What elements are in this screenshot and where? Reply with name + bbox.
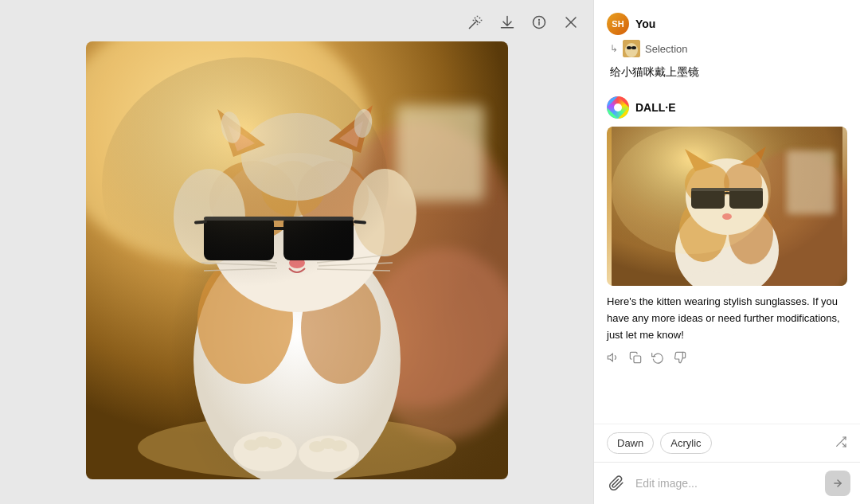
info-icon[interactable] (530, 13, 549, 32)
main-image (86, 41, 508, 479)
thumbs-down-icon[interactable] (674, 351, 686, 367)
svg-point-52 (627, 46, 631, 49)
retry-icon[interactable] (651, 351, 664, 367)
style-chip-acrylic[interactable]: Acrylic (660, 432, 711, 454)
attach-button[interactable] (604, 471, 629, 496)
magic-icon[interactable] (466, 13, 485, 32)
dalle-header: DALL·E (607, 96, 847, 119)
svg-rect-77 (634, 356, 641, 363)
user-header: SH You (607, 13, 847, 35)
user-avatar: SH (607, 13, 629, 35)
svg-point-75 (612, 127, 771, 254)
chat-messages: SH You ↳ Selection 给小猫咪戴上墨镜 (594, 0, 860, 424)
image-panel (0, 0, 593, 504)
user-message-text: 给小猫咪戴上墨镜 (610, 64, 847, 80)
style-chips-bar: Dawn Acrylic (594, 424, 860, 462)
user-initials: SH (612, 19, 624, 29)
reply-arrow-icon: ↳ (610, 43, 618, 54)
svg-point-51 (625, 43, 638, 57)
svg-point-49 (102, 57, 389, 312)
svg-marker-76 (608, 354, 612, 361)
selection-label: Selection (645, 43, 687, 55)
dalle-avatar (607, 96, 629, 119)
user-name: You (635, 18, 655, 30)
dalle-name: DALL·E (635, 101, 676, 114)
selection-ref: ↳ Selection (610, 40, 847, 57)
svg-point-48 (331, 440, 347, 451)
svg-point-53 (631, 46, 636, 49)
dalle-message: DALL·E (607, 96, 847, 367)
copy-icon[interactable] (629, 351, 642, 367)
dalle-generated-image[interactable] (607, 127, 847, 286)
volume-icon[interactable] (607, 351, 620, 367)
svg-point-45 (266, 438, 282, 449)
dalle-response-text: Here's the kitten wearing stylish sungla… (607, 294, 847, 343)
user-message: SH You ↳ Selection 给小猫咪戴上墨镜 (607, 13, 847, 80)
style-chip-dawn[interactable]: Dawn (607, 432, 654, 454)
chat-panel: SH You ↳ Selection 给小猫咪戴上墨镜 (593, 0, 860, 504)
close-icon[interactable] (561, 13, 580, 32)
dalle-actions (607, 351, 847, 367)
image-toolbar (466, 13, 580, 32)
download-icon[interactable] (498, 13, 517, 32)
shuffle-icon[interactable] (835, 436, 847, 451)
selection-thumbnail (623, 40, 640, 57)
chat-input-area (594, 462, 860, 504)
chat-input-field[interactable] (635, 477, 819, 490)
svg-rect-59 (787, 150, 835, 214)
svg-point-55 (614, 104, 622, 111)
send-button[interactable] (825, 471, 850, 496)
